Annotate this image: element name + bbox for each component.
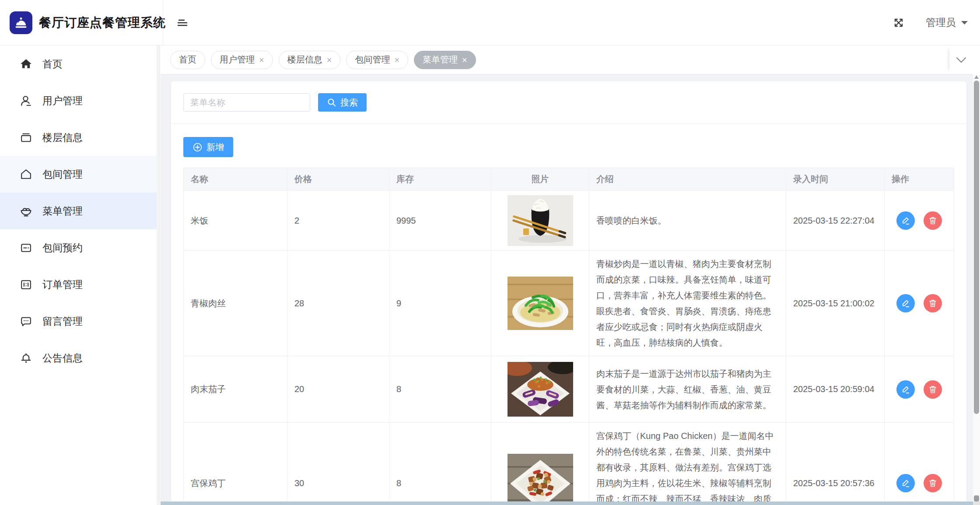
delete-button[interactable] (924, 211, 942, 230)
dish-price: 20 (287, 356, 389, 423)
hamburger-icon (176, 16, 189, 29)
fullscreen-button[interactable] (892, 16, 906, 30)
menu-table: 名称 价格 库存 照片 介绍 录入时间 操作 米饭 2 9995 (183, 168, 954, 501)
edit-button[interactable] (896, 211, 915, 230)
tab-users[interactable]: 用户管理 × (211, 51, 273, 69)
room-icon (19, 168, 33, 181)
table-row: 肉末茄子 20 8 (184, 356, 954, 423)
close-icon[interactable]: × (462, 56, 467, 64)
vertical-scrollbar[interactable] (973, 74, 980, 501)
edit-button[interactable] (896, 380, 915, 399)
table-row: 米饭 2 9995 (184, 191, 954, 251)
menu-table-wrap: 名称 价格 库存 照片 介绍 录入时间 操作 米饭 2 9995 (183, 168, 954, 501)
topbar: 餐厅订座点餐管理系统 管理员 (0, 0, 980, 46)
search-input[interactable] (183, 93, 310, 112)
fullscreen-icon (892, 16, 906, 30)
circle-plus-icon (192, 142, 203, 152)
divider (171, 123, 966, 124)
eggplant-minced-pork-photo (508, 362, 573, 417)
dish-price: 28 (287, 251, 389, 356)
dish-desc: 宫保鸡丁（Kung Pao Chicken）是一道闻名中外的特色传统名菜，在鲁菜… (589, 423, 786, 502)
tab-label: 用户管理 (220, 54, 255, 66)
trash-icon (928, 478, 938, 488)
page-title: 餐厅订座点餐管理系统 (39, 14, 166, 31)
sidebar-item-menu[interactable]: 菜单管理 (0, 193, 160, 229)
sidebar-item-rooms[interactable]: 包间管理 (0, 156, 160, 193)
sidebar-item-label: 楼层信息 (42, 131, 83, 144)
tab-floors[interactable]: 楼层信息 × (279, 51, 341, 69)
sidebar-item-label: 留言管理 (42, 315, 83, 328)
close-icon[interactable]: × (327, 56, 332, 64)
dish-price: 30 (287, 423, 389, 502)
dish-name: 肉末茄子 (184, 356, 287, 423)
search-button-label: 搜索 (340, 97, 358, 109)
sidebar-item-label: 包间预约 (42, 241, 83, 255)
column-header-time: 录入时间 (786, 168, 885, 191)
scroll-up-arrow-icon[interactable] (974, 75, 979, 79)
floor-icon (19, 131, 33, 144)
menu-icon (19, 204, 33, 218)
dish-time: 2025-03-15 22:27:04 (786, 191, 885, 251)
tab-menu-active[interactable]: 菜单管理 × (414, 51, 476, 69)
tab-rooms[interactable]: 包间管理 × (346, 51, 408, 69)
close-icon[interactable]: × (259, 56, 264, 64)
sidebar-item-label: 菜单管理 (42, 204, 83, 218)
column-header-name: 名称 (184, 168, 287, 191)
column-header-stock: 库存 (389, 168, 491, 191)
chevron-down-icon (956, 56, 967, 63)
pencil-icon (901, 478, 910, 488)
dish-name: 青椒肉丝 (184, 251, 287, 356)
delete-button[interactable] (924, 380, 942, 399)
column-header-desc: 介绍 (589, 168, 786, 191)
tab-label: 楼层信息 (287, 54, 322, 66)
app-logo (10, 11, 32, 34)
sidebar-item-reservations[interactable]: 包间预约 (0, 229, 160, 266)
user-icon (19, 94, 33, 108)
edit-button[interactable] (896, 474, 915, 492)
menu-card: 搜索 新增 名称 价格 库 (171, 81, 966, 501)
delete-button[interactable] (924, 294, 942, 312)
pencil-icon (901, 385, 910, 394)
sidebar-item-home[interactable]: 首页 (0, 46, 160, 82)
delete-button[interactable] (924, 474, 942, 492)
dish-stock: 8 (389, 423, 491, 502)
sidebar-collapse-button[interactable] (176, 16, 189, 29)
table-row: 青椒肉丝 28 9 (184, 251, 954, 356)
tab-overflow-button[interactable] (949, 46, 973, 74)
sidebar-item-label: 首页 (42, 57, 63, 71)
sidebar-item-users[interactable]: 用户管理 (0, 82, 160, 119)
dish-price: 2 (287, 191, 389, 251)
scroll-down-arrow[interactable] (974, 495, 979, 501)
tab-home[interactable]: 首页 (170, 51, 205, 69)
table-header-row: 名称 价格 库存 照片 介绍 录入时间 操作 (184, 168, 954, 191)
table-row: 宫保鸡丁 30 8 (184, 423, 954, 502)
dish-stock: 9995 (389, 191, 491, 251)
add-button[interactable]: 新增 (183, 137, 233, 157)
dish-name: 宫保鸡丁 (184, 423, 287, 502)
sidebar-item-floors[interactable]: 楼层信息 (0, 119, 160, 156)
user-menu[interactable]: 管理员 (926, 16, 968, 29)
sidebar-item-orders[interactable]: 订单管理 (0, 266, 160, 303)
add-button-label: 新增 (206, 141, 224, 153)
trash-icon (928, 385, 938, 394)
dish-desc: 青椒炒肉是一道以青椒、猪肉为主要食材烹制而成的京菜，口味辣。具备烹饪简单，味道可… (589, 251, 786, 356)
close-icon[interactable]: × (394, 56, 399, 64)
dish-time: 2025-03-15 20:59:04 (786, 356, 885, 423)
dish-desc: 香喷喷的白米饭。 (589, 191, 786, 251)
vertical-scrollbar-thumb[interactable] (974, 81, 979, 414)
tab-label: 包间管理 (355, 54, 390, 66)
sidebar-item-notices[interactable]: 公告信息 (0, 340, 160, 376)
search-row: 搜索 (171, 81, 966, 112)
dish-stock: 9 (389, 251, 491, 356)
dish-desc: 肉末茄子是一道源于达州市以茄子和猪肉为主要食材的川菜，大蒜、红椒、香葱、油、黄豆… (589, 356, 786, 423)
edit-button[interactable] (896, 294, 915, 312)
sidebar: 首页 用户管理 楼层信息 包间管理 (0, 46, 160, 505)
topbar-actions: 管理员 (892, 0, 968, 45)
search-button[interactable]: 搜索 (318, 93, 367, 112)
dish-time: 2025-03-15 20:57:36 (786, 423, 885, 502)
column-header-price: 价格 (287, 168, 389, 191)
sidebar-item-messages[interactable]: 留言管理 (0, 303, 160, 340)
reservation-icon (19, 241, 33, 255)
horizontal-scrollbar[interactable] (161, 501, 980, 505)
sidebar-item-label: 公告信息 (42, 351, 83, 365)
